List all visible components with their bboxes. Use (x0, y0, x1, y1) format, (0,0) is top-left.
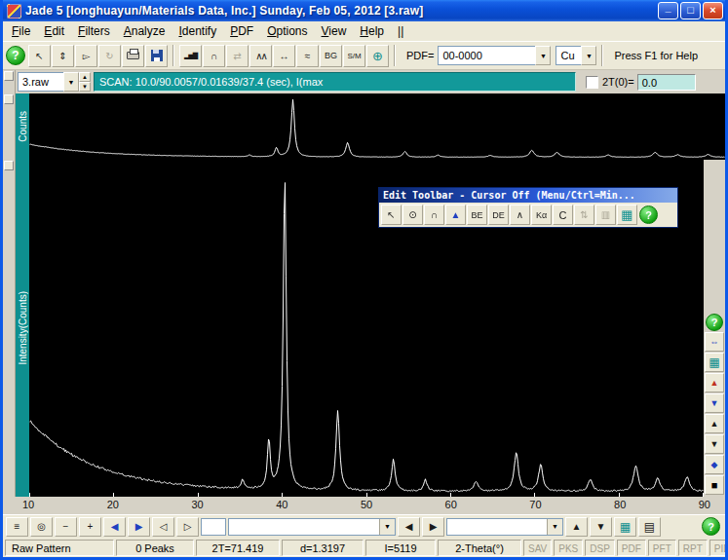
data-edit-button[interactable]: DE (488, 205, 509, 225)
page-right-button[interactable]: ▶ (128, 517, 150, 537)
minimize-button[interactable]: _ (658, 2, 678, 19)
axis-units-cell: 2-Theta(°) (438, 540, 521, 556)
menu-identify[interactable]: Identify (172, 22, 223, 40)
menu-edit[interactable]: Edit (37, 22, 71, 40)
next-item-button[interactable]: ▶ (422, 517, 444, 537)
zoom-box-button[interactable]: ⊙ (402, 205, 423, 225)
step-right-button[interactable]: ▷ (176, 517, 199, 537)
compare-windows-button[interactable]: ⇔ (705, 332, 724, 352)
axis-toggle-button: ⇅ (574, 205, 594, 225)
anode-combobox[interactable]: Cu ▼ (556, 46, 596, 65)
phase-select[interactable]: ▼ (446, 518, 563, 536)
x-tick: 30 (191, 499, 203, 510)
scroll-up-button[interactable]: ▲ (705, 414, 724, 433)
move-up-button[interactable]: ▲ (565, 517, 588, 537)
grid-view-button[interactable]: ▦ (617, 205, 637, 225)
zoom-in-y-button[interactable]: ▲ (705, 373, 724, 392)
edit-toolbar-title[interactable]: Edit Toolbar - Cursor Off (Menu/Ctrl=Min… (379, 188, 677, 203)
pdf-combobox[interactable]: 00-0000 ▼ (438, 46, 551, 65)
line-markers-button[interactable]: ≡ (6, 517, 28, 537)
internet-button[interactable]: ⊕ (366, 45, 389, 67)
scroll-down-button[interactable]: ▼ (705, 434, 724, 454)
file-combobox[interactable]: 3.raw ▼ (18, 72, 79, 92)
main-toolbar: ? ↖ ⇕ ▻ ↻ ▂▅▇ ∩ ⇄ ∧∧ ↔ ≈ BG S/M ⊕ PDF= 0… (3, 41, 725, 70)
file-value: 3.raw (18, 72, 63, 92)
dropdown-arrow-icon[interactable]: ▼ (379, 519, 395, 535)
menu-file[interactable]: File (5, 22, 37, 40)
flag-pdf: PDF (617, 540, 646, 556)
menu-filters[interactable]: Filters (71, 22, 117, 40)
splitter-grip[interactable] (4, 71, 14, 81)
stop-button[interactable]: ■ (705, 475, 724, 495)
two-theta-zero-checkbox[interactable] (586, 76, 598, 89)
tile-windows-button[interactable]: ▦ (705, 353, 724, 372)
page-left-button[interactable]: ◀ (103, 517, 126, 537)
ka2-strip-button[interactable]: Kα (531, 205, 552, 225)
splitter-grip[interactable] (4, 94, 14, 104)
toolbar-separator (394, 45, 396, 66)
report-view-button[interactable]: ▤ (638, 517, 661, 537)
contract-x-button[interactable]: − (55, 517, 77, 537)
title-bar[interactable]: Jade 5 [longhuayun/Materials Data, Inc.]… (3, 0, 725, 21)
restore-view-button[interactable]: ◆ (705, 455, 724, 474)
move-down-button[interactable]: ▼ (590, 517, 612, 537)
pan-axis-button[interactable]: ↔ (273, 45, 295, 67)
crystallite-size-button[interactable]: C (553, 205, 573, 225)
peak-labels-button[interactable]: ∧ (510, 205, 530, 225)
x-axis-ticks: 10 20 30 40 50 60 70 80 90 (22, 499, 710, 510)
help-button[interactable]: ? (6, 46, 25, 65)
full-range-button[interactable]: ▂▅▇ (179, 45, 202, 67)
zoom-peaks-button[interactable]: ∩ (203, 45, 225, 67)
toolbar-separator (601, 45, 603, 66)
help-button[interactable]: ? (702, 517, 720, 536)
spin-up-icon[interactable]: ▲ (79, 72, 91, 82)
printer-icon (127, 52, 139, 59)
area-cursor-button[interactable]: ▲ (445, 205, 466, 225)
dropdown-arrow-icon[interactable]: ▼ (535, 46, 551, 65)
close-button[interactable]: × (703, 2, 723, 19)
overview-chart[interactable] (29, 93, 725, 160)
theta-cursor-button[interactable]: ∩ (424, 205, 444, 225)
print-button[interactable] (122, 45, 144, 67)
expand-x-button[interactable]: + (79, 517, 101, 537)
menu-analyze[interactable]: Analyze (117, 22, 172, 40)
dropdown-arrow-icon[interactable]: ▼ (547, 519, 562, 535)
help-button[interactable]: ? (706, 314, 723, 331)
maximize-button[interactable]: □ (680, 2, 701, 19)
origin-button[interactable]: ◎ (30, 517, 53, 537)
find-peaks-button[interactable]: ∧∧ (249, 45, 272, 67)
d-spacing-readout-cell: d=1.3197 (282, 540, 364, 556)
x-tick: 50 (361, 499, 372, 510)
zoom-out-y-button[interactable]: ▼ (705, 393, 724, 413)
menu-pdf[interactable]: PDF (223, 22, 260, 40)
cursor-button[interactable]: ↖ (381, 205, 402, 225)
dropdown-arrow-icon[interactable]: ▼ (63, 72, 79, 92)
step-left-button[interactable]: ◁ (152, 517, 174, 537)
background-edit-button[interactable]: BE (467, 205, 487, 225)
profile-fit-button[interactable]: ≈ (296, 45, 319, 67)
smooth-button[interactable]: S/M (343, 45, 365, 67)
bottom-toolbar: ≡ ◎ − + ◀ ▶ ◁ ▷ ▼ ◀ ▶ ▼ ▲ ▼ ▦ ▤ ? (3, 514, 725, 538)
x-tick: 60 (445, 499, 457, 510)
index-input[interactable] (201, 518, 226, 536)
help-button[interactable]: ? (639, 205, 658, 224)
floppy-icon (151, 50, 163, 61)
dropdown-arrow-icon[interactable]: ▼ (581, 46, 596, 65)
prev-item-button[interactable]: ◀ (398, 517, 420, 537)
menu-help[interactable]: Help (353, 22, 391, 40)
menu-options[interactable]: Options (260, 22, 314, 40)
overlay-patterns-button[interactable]: ▻ (75, 45, 97, 67)
menu-view[interactable]: View (315, 22, 354, 40)
main-ylabel: Intensity(Counts) (18, 291, 28, 365)
two-theta-zero-field[interactable]: 0.0 (637, 74, 696, 91)
grid-view-button[interactable]: ▦ (614, 517, 636, 537)
file-spinner: ▲ ▼ (79, 72, 91, 92)
overlay-select[interactable]: ▼ (228, 518, 396, 536)
cursor-mode-button[interactable]: ↖ (28, 45, 51, 67)
save-button[interactable] (145, 45, 168, 67)
shift-pattern-button[interactable]: ⇕ (52, 45, 74, 67)
x-tick: 90 (699, 499, 710, 510)
splitter-grip[interactable] (4, 161, 14, 170)
background-fit-button[interactable]: BG (320, 45, 342, 67)
spin-down-icon[interactable]: ▼ (79, 82, 91, 92)
